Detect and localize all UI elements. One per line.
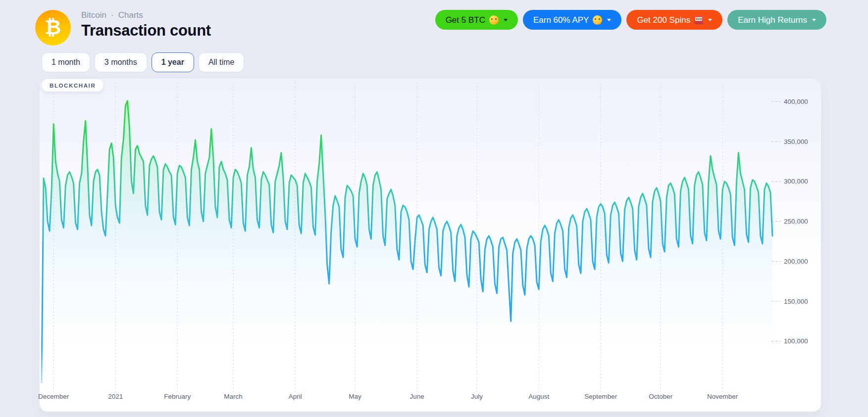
promo-button-earn-high-returns[interactable]: Earn High Returns xyxy=(727,10,826,30)
promo-button-get-5-btc[interactable]: Get 5 BTC xyxy=(435,10,518,30)
y-axis-label: 100,000 xyxy=(784,337,808,345)
chart-card: BLOCKCHAIR December2021FebruaryMarchApri… xyxy=(40,79,821,412)
bitcoin-symbol: ₿ xyxy=(45,17,61,37)
money-mouth-face-icon xyxy=(489,15,499,25)
chevron-down-icon xyxy=(504,19,508,21)
blockchair-watermark[interactable]: BLOCKCHAIR xyxy=(42,79,103,92)
page-title: Transaction count xyxy=(81,22,211,40)
promo-button-earn-60-apy[interactable]: Earn 60% APY xyxy=(523,10,621,30)
promo-button-label: Earn 60% APY xyxy=(533,16,589,24)
star-struck-face-icon xyxy=(593,15,602,25)
breadcrumb: Bitcoin · Charts xyxy=(81,10,211,20)
y-axis-label: 200,000 xyxy=(784,258,808,265)
promo-button-label: Get 200 Spins xyxy=(637,16,690,24)
chevron-down-icon xyxy=(812,19,816,21)
y-axis-label: 150,000 xyxy=(784,298,808,305)
page: ₿ Bitcoin · Charts Transaction count Get… xyxy=(0,0,868,417)
tab-1-month[interactable]: 1 month xyxy=(42,52,90,72)
series-area xyxy=(42,101,772,406)
breadcrumb-charts[interactable]: Charts xyxy=(118,10,143,20)
promo-button-get-200-spins[interactable]: Get 200 Spins xyxy=(626,10,722,30)
slot-machine-icon xyxy=(694,16,703,24)
breadcrumb-separator: · xyxy=(111,10,114,20)
promo-button-label: Get 5 BTC xyxy=(446,16,485,24)
header: Bitcoin · Charts Transaction count xyxy=(81,10,211,40)
promo-buttons: Get 5 BTCEarn 60% APYGet 200 SpinsEarn H… xyxy=(435,10,826,30)
bitcoin-logo[interactable]: ₿ xyxy=(35,10,71,46)
promo-button-label: Earn High Returns xyxy=(738,16,807,24)
chart-canvas[interactable]: December2021FebruaryMarchAprilMayJuneJul… xyxy=(40,79,821,412)
tab-3-months[interactable]: 3 months xyxy=(95,52,147,72)
y-axis-label: 300,000 xyxy=(784,178,808,185)
breadcrumb-bitcoin[interactable]: Bitcoin xyxy=(81,10,106,20)
tab-all-time[interactable]: All time xyxy=(199,52,244,72)
time-range-tabs: 1 month3 months1 yearAll time xyxy=(42,52,244,72)
tab-1-year[interactable]: 1 year xyxy=(152,52,194,72)
y-axis-label: 350,000 xyxy=(784,138,808,145)
chevron-down-icon xyxy=(607,19,611,21)
y-axis-label: 400,000 xyxy=(784,98,808,105)
chevron-down-icon xyxy=(708,19,712,21)
y-axis-label: 250,000 xyxy=(784,218,808,225)
